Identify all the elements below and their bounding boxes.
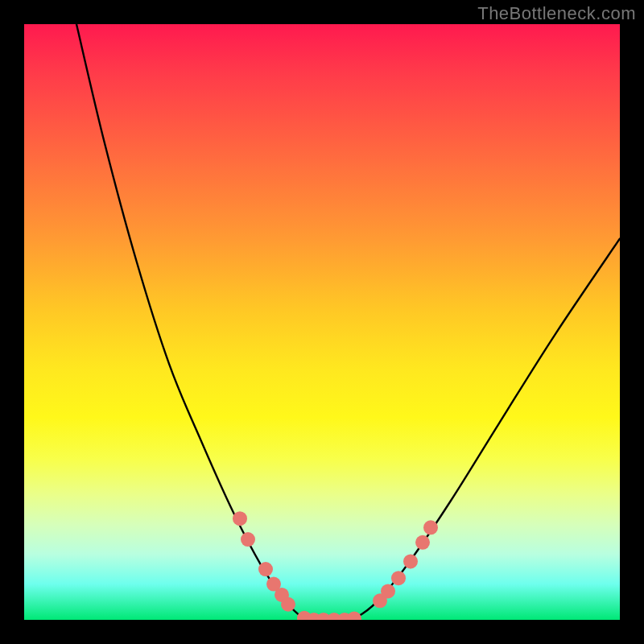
sample-dot bbox=[403, 554, 418, 568]
plot-area bbox=[24, 24, 620, 620]
sample-dot bbox=[391, 571, 406, 585]
sample-dot bbox=[415, 535, 430, 550]
sample-dot bbox=[233, 511, 247, 526]
sample-dots-layer bbox=[24, 24, 620, 620]
chart-stage: TheBottleneck.com bbox=[0, 0, 644, 644]
sample-dot bbox=[423, 520, 438, 535]
sample-dot bbox=[381, 584, 395, 598]
sample-dot bbox=[281, 597, 295, 612]
watermark-label: TheBottleneck.com bbox=[477, 3, 636, 24]
sample-dot bbox=[258, 562, 273, 576]
sample-dot bbox=[241, 532, 255, 547]
sample-dot bbox=[347, 612, 361, 620]
sample-dots bbox=[233, 511, 438, 620]
